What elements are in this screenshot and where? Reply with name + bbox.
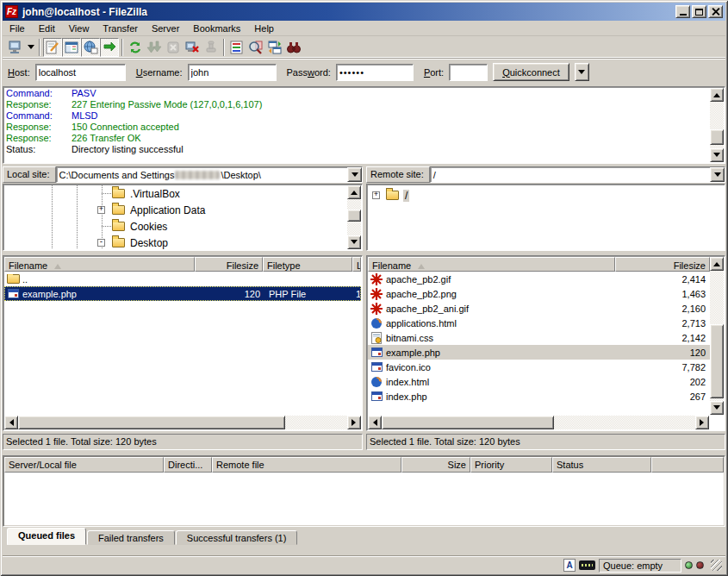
column-header-filesize[interactable]: Filesize (615, 257, 710, 272)
list-item-bitnami-css[interactable]: bitnami.css 2,142 (368, 330, 711, 345)
title-bar[interactable]: Fz john@localhost - FileZilla (3, 3, 725, 21)
disconnect-button[interactable] (183, 38, 202, 57)
tree-item-root[interactable]: + / (367, 187, 725, 203)
minimize-button[interactable] (675, 5, 690, 18)
tree-item-virtualbox[interactable]: .VirtualBox (3, 185, 346, 202)
local-site-combobox[interactable]: C:\Documents and Settings\Desktop\ (56, 166, 363, 183)
column-header-filename[interactable]: Filename (4, 257, 195, 272)
list-item-apache-pb2-ani-gif[interactable]: apache_pb2_ani.gif 2,160 (368, 301, 711, 316)
message-log[interactable]: Command:PASV Response:227 Entering Passi… (3, 86, 725, 164)
tree-item-cookies[interactable]: Cookies (3, 218, 346, 235)
toggle-transfer-queue-button[interactable] (100, 38, 119, 57)
quickconnect-button[interactable]: Quickconnect (493, 63, 569, 81)
column-header-server-local-file[interactable]: Server/Local file (4, 457, 164, 473)
list-item-index-php[interactable]: index.php 267 (368, 389, 711, 404)
scroll-up-button[interactable] (710, 88, 724, 102)
list-item-example-php[interactable]: example.php 120 (368, 345, 711, 360)
close-button[interactable] (708, 5, 723, 18)
scrollbar-thumb[interactable] (18, 416, 285, 429)
username-input[interactable] (188, 64, 277, 81)
column-header-size[interactable]: Size (401, 457, 470, 473)
menu-bookmarks[interactable]: Bookmarks (186, 22, 247, 35)
site-manager-button[interactable] (6, 38, 25, 57)
scroll-left-button[interactable] (368, 416, 382, 429)
menu-transfer[interactable]: Transfer (96, 22, 145, 35)
speed-limit-indicator-icon[interactable] (579, 560, 595, 570)
directory-listing-filters-button[interactable] (227, 38, 246, 57)
maximize-button[interactable] (692, 5, 706, 18)
reconnect-button[interactable] (202, 38, 221, 57)
cancel-operation-button[interactable] (164, 38, 183, 57)
list-item-favicon-ico[interactable]: favicon.ico 7,782 (368, 360, 711, 374)
column-header-status[interactable]: Status (552, 457, 651, 473)
scroll-right-button[interactable] (347, 416, 361, 429)
refresh-button[interactable] (126, 38, 145, 57)
column-header-direction[interactable]: Directi... (164, 457, 212, 473)
resize-grip[interactable] (711, 560, 722, 571)
list-item-applications-html[interactable]: applications.html 2,713 (368, 316, 711, 330)
list-item-apache-pb2-gif[interactable]: apache_pb2.gif 2,414 (368, 272, 711, 286)
port-input[interactable] (449, 64, 488, 81)
process-queue-button[interactable] (145, 38, 164, 57)
directory-comparison-button[interactable] (246, 38, 265, 57)
list-item-parent-directory[interactable]: .. (4, 272, 361, 286)
remote-file-list[interactable]: Filename Filesize apache_pb2.gif 2,414 a… (366, 255, 725, 431)
list-item-index-html[interactable]: index.html 202 (368, 374, 711, 389)
scroll-right-button[interactable] (695, 416, 709, 429)
local-site-dropdown-button[interactable] (347, 167, 362, 182)
queue-body[interactable] (4, 473, 724, 525)
scrollbar-thumb[interactable] (347, 210, 361, 222)
remote-list-horizontal-scrollbar[interactable] (368, 416, 709, 429)
tree-item-desktop[interactable]: - Desktop (3, 235, 346, 251)
expand-icon[interactable]: + (97, 206, 105, 214)
site-manager-dropdown-button[interactable] (25, 38, 36, 57)
column-header-priority[interactable]: Priority (470, 457, 552, 473)
log-vertical-scrollbar[interactable] (710, 88, 724, 162)
scroll-down-button[interactable] (710, 148, 724, 162)
local-tree-vertical-scrollbar[interactable] (347, 185, 361, 249)
expand-icon[interactable]: + (372, 191, 380, 199)
local-directory-tree[interactable]: .VirtualBox + Application Data Cookies -… (3, 184, 363, 251)
column-header-remote-file[interactable]: Remote file (212, 457, 401, 473)
scrollbar-thumb[interactable] (710, 324, 724, 398)
column-header-filename[interactable]: Filename (368, 257, 615, 272)
toggle-message-log-button[interactable] (43, 38, 62, 57)
collapse-icon[interactable]: - (97, 239, 105, 247)
scroll-down-button[interactable] (347, 235, 361, 249)
scrollbar-thumb[interactable] (710, 129, 724, 145)
list-item-example-php[interactable]: example.php 120 PHP File 1 (4, 286, 361, 301)
scroll-left-button[interactable] (4, 416, 18, 429)
remote-site-dropdown-button[interactable] (710, 167, 725, 182)
column-header-last-modified[interactable]: L (352, 257, 361, 272)
menu-file[interactable]: File (3, 22, 32, 35)
tab-queued-files[interactable]: Queued files (7, 528, 86, 545)
menu-help[interactable]: Help (247, 22, 281, 35)
local-list-horizontal-scrollbar[interactable] (4, 416, 361, 429)
tree-item-application-data[interactable]: + Application Data (3, 202, 346, 218)
toggle-local-tree-button[interactable] (62, 38, 81, 57)
scrollbar-thumb[interactable] (382, 416, 554, 429)
tab-successful-transfers[interactable]: Successful transfers (1) (176, 530, 298, 545)
synchronized-browsing-button[interactable] (265, 38, 284, 57)
menu-view[interactable]: View (62, 22, 96, 35)
menu-server[interactable]: Server (145, 22, 186, 35)
column-header-filetype[interactable]: Filetype (263, 257, 352, 272)
remote-site-combobox[interactable]: / (430, 166, 725, 183)
menu-edit[interactable]: Edit (32, 22, 62, 35)
tab-failed-transfers[interactable]: Failed transfers (87, 530, 175, 545)
column-header-filesize[interactable]: Filesize (195, 257, 263, 272)
password-input[interactable] (336, 64, 414, 81)
remote-list-vertical-scrollbar[interactable] (710, 257, 724, 415)
toggle-remote-tree-button[interactable] (81, 38, 100, 57)
list-item-apache-pb2-png[interactable]: apache_pb2.png 1,463 (368, 286, 711, 301)
data-type-indicator-icon[interactable]: A (563, 559, 576, 572)
scroll-up-button[interactable] (710, 257, 724, 271)
scroll-down-button[interactable] (710, 401, 724, 415)
remote-directory-tree[interactable]: + / (366, 184, 725, 251)
local-file-list[interactable]: Filename Filesize Filetype L .. example.… (3, 255, 363, 431)
host-input[interactable] (35, 64, 126, 81)
quickconnect-dropdown-button[interactable] (575, 63, 589, 81)
transfer-queue[interactable]: Server/Local file Directi... Remote file… (3, 455, 725, 527)
find-files-button[interactable] (284, 38, 303, 57)
scroll-up-button[interactable] (347, 185, 361, 199)
